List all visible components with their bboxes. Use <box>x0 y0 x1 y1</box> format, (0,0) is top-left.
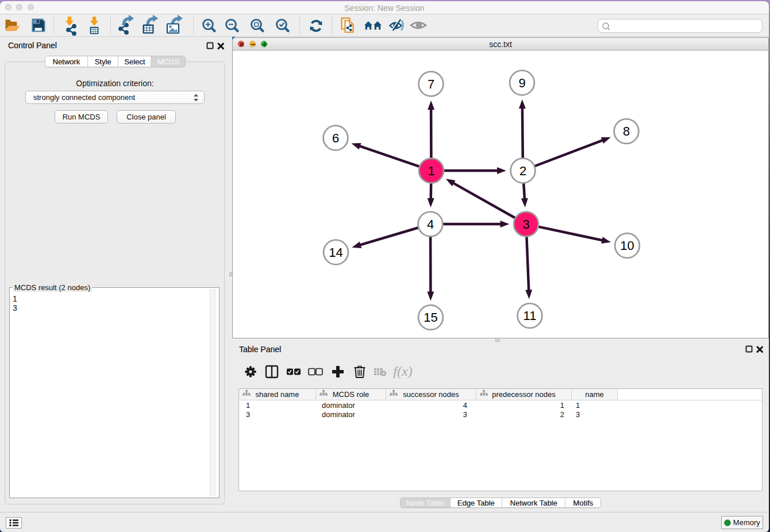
svg-text:2: 2 <box>519 164 526 178</box>
svg-text:15: 15 <box>424 310 437 325</box>
svg-text:14: 14 <box>329 245 342 260</box>
svg-text:f(x): f(x) <box>393 364 412 379</box>
svg-text:4: 4 <box>427 217 434 232</box>
svg-text:7: 7 <box>428 77 434 91</box>
svg-text:1: 1 <box>428 164 434 178</box>
svg-text:9: 9 <box>518 76 525 90</box>
svg-text:3: 3 <box>522 217 529 232</box>
svg-text:10: 10 <box>620 238 634 253</box>
svg-text:11: 11 <box>523 309 537 323</box>
svg-text:8: 8 <box>623 124 630 138</box>
svg-text:6: 6 <box>332 131 339 145</box>
